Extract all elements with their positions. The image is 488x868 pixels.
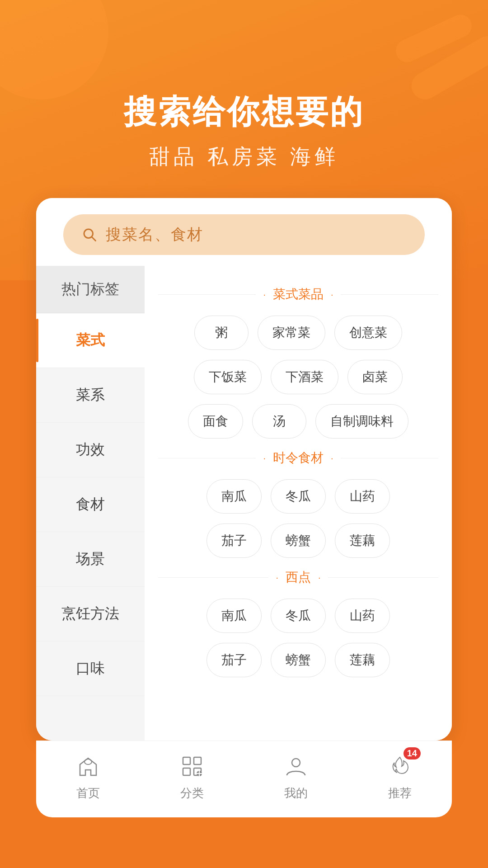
tag-tiaoliao[interactable]: 自制调味料 [315, 404, 408, 439]
section-dot-right-2: · [331, 453, 333, 463]
tags-row-4: 南瓜 冬瓜 山药 [158, 479, 438, 514]
tag-shanyao-2[interactable]: 山药 [335, 599, 390, 633]
tag-lian'ou-2[interactable]: 莲藕 [335, 643, 390, 677]
main-card: 搜菜名、食材 热门标签 菜式 菜系 功效 食材 场景 烹饪方法 口味 [36, 198, 452, 741]
section-header-shiling: · 时令食材 · [158, 449, 438, 467]
tag-donggua-1[interactable]: 冬瓜 [271, 479, 326, 514]
tags-row-3: 面食 汤 自制调味料 [158, 404, 438, 439]
tags-row-7: 茄子 螃蟹 莲藕 [158, 643, 438, 677]
section-line-left-3 [158, 577, 268, 578]
search-bar-wrap: 搜菜名、食材 [36, 198, 452, 266]
sidebar-item-kouwei[interactable]: 口味 [36, 642, 145, 696]
svg-rect-4 [194, 757, 201, 764]
section-dot-left-2: · [263, 453, 266, 463]
sidebar-item-changjing[interactable]: 场景 [36, 532, 145, 587]
nav-recommend-label: 推荐 [388, 785, 412, 801]
tag-jiachang[interactable]: 家常菜 [258, 316, 325, 350]
category-icon [178, 752, 206, 781]
tag-zhou[interactable]: 粥 [194, 316, 249, 350]
hero-section: 搜索给你想要的 甜品 私房菜 海鲜 [0, 0, 488, 198]
section-title-xidian: 西点 [286, 569, 311, 586]
nav-mine-label: 我的 [284, 785, 308, 801]
tag-xiafan[interactable]: 下饭菜 [194, 360, 262, 394]
section-header-xidian: · 西点 · [158, 569, 438, 586]
nav-home-label: 首页 [76, 785, 100, 801]
tag-qiezi-2[interactable]: 茄子 [206, 643, 262, 677]
tags-row-5: 茄子 螃蟹 莲藕 [158, 524, 438, 558]
tag-nangua-1[interactable]: 南瓜 [206, 479, 262, 514]
tag-nangua-2[interactable]: 南瓜 [206, 599, 262, 633]
section-dot-left-1: · [263, 289, 266, 300]
section-dot-left-3: · [276, 572, 278, 583]
tag-shanyao-1[interactable]: 山药 [335, 479, 390, 514]
tag-donggua-2[interactable]: 冬瓜 [271, 599, 326, 633]
section-title-shiling: 时令食材 [273, 449, 324, 467]
mine-icon [282, 752, 310, 781]
section-line-right-1 [341, 294, 438, 295]
hero-title: 搜索给你想要的 [0, 90, 488, 134]
recommend-icon: 14 [385, 752, 414, 781]
nav-category[interactable]: 分类 [140, 752, 244, 801]
tag-lian'ou-1[interactable]: 莲藕 [335, 524, 390, 558]
nav-home[interactable]: 首页 [36, 752, 140, 801]
bottom-bg [0, 817, 488, 868]
sidebar-item-shicai[interactable]: 食材 [36, 477, 145, 532]
sidebar: 热门标签 菜式 菜系 功效 食材 场景 烹饪方法 口味 [36, 266, 145, 741]
hero-subtitle: 甜品 私房菜 海鲜 [0, 143, 488, 171]
nav-recommend[interactable]: 14 推荐 [348, 752, 452, 801]
tag-chuangyi[interactable]: 创意菜 [334, 316, 402, 350]
sidebar-item-caishi[interactable]: 菜式 [36, 313, 145, 368]
sidebar-item-caixi[interactable]: 菜系 [36, 368, 145, 423]
home-icon [74, 752, 103, 781]
sidebar-item-gongxiao[interactable]: 功效 [36, 423, 145, 477]
tags-row-2: 下饭菜 下酒菜 卤菜 [158, 360, 438, 394]
tag-pangxie-1[interactable]: 螃蟹 [271, 524, 326, 558]
tag-xiajiu[interactable]: 下酒菜 [271, 360, 338, 394]
search-bar[interactable]: 搜菜名、食材 [63, 214, 425, 255]
section-title-caishi: 菜式菜品 [273, 286, 324, 303]
tag-qiezi-1[interactable]: 茄子 [206, 524, 262, 558]
section-dot-right-1: · [331, 289, 333, 300]
section-header-caishi: · 菜式菜品 · [158, 286, 438, 303]
bottom-nav: 首页 分类 [36, 741, 452, 817]
sidebar-item-pengren[interactable]: 烹饪方法 [36, 587, 145, 642]
section-line-left-1 [158, 294, 256, 295]
nav-category-label: 分类 [180, 785, 204, 801]
section-line-left-2 [158, 458, 256, 458]
tag-tang[interactable]: 汤 [252, 404, 306, 439]
tags-row-1: 粥 家常菜 创意菜 [158, 316, 438, 350]
tags-row-6: 南瓜 冬瓜 山药 [158, 599, 438, 633]
recommend-badge: 14 [404, 747, 421, 760]
section-line-right-3 [328, 577, 438, 578]
tag-lucai[interactable]: 卤菜 [347, 360, 403, 394]
section-line-right-2 [341, 458, 438, 458]
nav-mine[interactable]: 我的 [244, 752, 348, 801]
svg-point-2 [84, 759, 92, 764]
svg-rect-3 [183, 757, 190, 764]
tag-miandian[interactable]: 面食 [188, 404, 243, 439]
svg-line-1 [92, 237, 95, 241]
svg-point-10 [292, 759, 300, 767]
content-area: 热门标签 菜式 菜系 功效 食材 场景 烹饪方法 口味 · 菜式菜品 · [36, 266, 452, 741]
search-icon [81, 226, 98, 243]
sidebar-hot-label: 热门标签 [36, 266, 145, 313]
search-placeholder: 搜菜名、食材 [106, 224, 203, 245]
tags-panel: · 菜式菜品 · 粥 家常菜 创意菜 下饭菜 下酒菜 卤菜 面食 汤 [145, 266, 452, 741]
svg-rect-5 [183, 768, 190, 775]
section-dot-right-3: · [318, 572, 321, 583]
tag-pangxie-2[interactable]: 螃蟹 [271, 643, 326, 677]
